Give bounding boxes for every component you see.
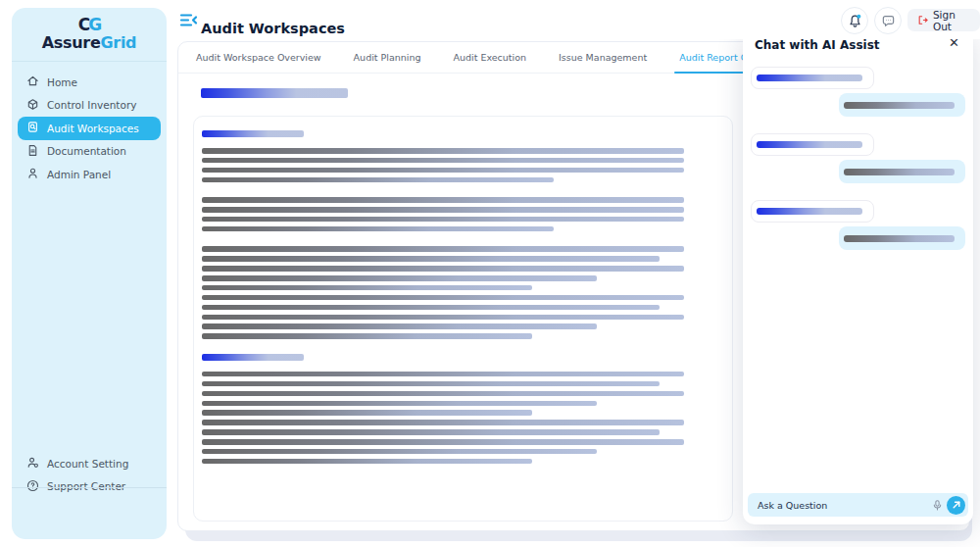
text-line-skeleton — [202, 420, 684, 425]
sidebar-item-label: Control Inventory — [47, 99, 136, 111]
sidebar-item-audit-workspaces[interactable]: Audit Workspaces — [18, 117, 161, 140]
sign-out-button[interactable]: Sign Out — [907, 9, 980, 31]
brand-name-assure: Assure — [42, 33, 101, 52]
text-line-skeleton — [202, 246, 684, 252]
chat-panel: Chat with AI Assist ✕ Ask a Question — [743, 27, 973, 524]
chat-message-user — [839, 226, 965, 250]
brand-mark-g: G — [88, 15, 100, 34]
content-sections — [194, 130, 732, 464]
text-line-skeleton — [202, 459, 532, 465]
text-line-skeleton — [202, 285, 532, 291]
paragraph-skeleton — [202, 197, 684, 231]
brand-name-grid: Grid — [101, 33, 137, 52]
microphone-icon[interactable] — [932, 500, 943, 511]
sign-out-icon — [917, 14, 928, 26]
text-line-skeleton — [202, 429, 660, 435]
home-icon — [26, 75, 39, 89]
text-line-skeleton — [202, 256, 660, 262]
brand-logo: CG AssureGrid — [12, 8, 167, 62]
message-text-skeleton — [757, 75, 862, 81]
top-header: Audit Workspaces Sign Out — [167, 0, 980, 39]
text-line-skeleton — [202, 226, 554, 232]
menu-fold-icon — [179, 12, 198, 28]
text-line-skeleton — [202, 275, 597, 281]
chat-toggle-button[interactable] — [874, 7, 902, 34]
text-line-skeleton — [202, 305, 660, 311]
user-gear-icon — [26, 456, 39, 471]
sidebar-bottom-nav: Account Setting Support Center — [18, 452, 161, 498]
sidebar-item-control-inventory[interactable]: Control Inventory — [18, 94, 161, 118]
tab-audit-workspace-overview[interactable]: Audit Workspace Overview — [196, 42, 321, 73]
chat-input[interactable]: Ask a Question — [748, 493, 968, 517]
text-line-skeleton — [202, 401, 597, 407]
paragraph-skeleton — [202, 148, 684, 182]
chat-message-ai — [751, 133, 874, 156]
text-line-skeleton — [202, 381, 660, 387]
sidebar-item-home[interactable]: Home — [18, 71, 161, 94]
report-content-card — [193, 116, 733, 522]
paragraph-skeleton — [202, 372, 684, 465]
section-heading-skeleton — [202, 130, 304, 137]
sidebar-divider — [12, 487, 167, 488]
notification-badge — [857, 14, 860, 18]
send-button[interactable] — [947, 496, 965, 515]
page-title: Audit Workspaces — [201, 21, 345, 36]
page-title-skeleton — [201, 88, 348, 98]
chat-panel-title: Chat with AI Assist — [755, 38, 880, 52]
clipboard-search-icon — [26, 121, 39, 135]
text-line-skeleton — [202, 439, 684, 445]
sign-out-label: Sign Out — [933, 9, 970, 32]
chat-message-ai — [751, 200, 874, 223]
bell-icon — [848, 14, 862, 28]
text-line-skeleton — [202, 177, 554, 183]
message-text-skeleton — [844, 102, 955, 109]
message-text-skeleton — [757, 208, 862, 215]
sidebar-item-documentation[interactable]: Documentation — [18, 140, 161, 164]
tab-issue-management[interactable]: Issue Management — [559, 42, 647, 73]
send-arrow-icon — [952, 500, 961, 510]
text-line-skeleton — [202, 391, 684, 397]
text-line-skeleton — [202, 449, 597, 455]
chat-messages — [751, 65, 965, 250]
notifications-button[interactable] — [841, 7, 868, 34]
text-line-skeleton — [202, 333, 532, 339]
brand-name: AssureGrid — [42, 33, 137, 52]
text-line-skeleton — [202, 197, 684, 203]
paragraph-skeleton — [202, 246, 684, 339]
brand-mark: CG — [78, 17, 100, 33]
tab-audit-execution[interactable]: Audit Execution — [453, 42, 526, 73]
chat-message-user — [839, 160, 965, 183]
brand-mark-c: C — [78, 15, 88, 34]
sidebar-item-label: Audit Workspaces — [47, 123, 139, 134]
chat-message-ai — [751, 67, 874, 89]
chat-input-placeholder: Ask a Question — [758, 500, 932, 511]
text-line-skeleton — [202, 323, 597, 329]
text-line-skeleton — [202, 315, 684, 321]
text-line-skeleton — [202, 295, 684, 301]
text-line-skeleton — [202, 372, 684, 377]
sidebar-item-admin-panel[interactable]: Admin Panel — [18, 163, 161, 186]
sidebar-item-account-setting[interactable]: Account Setting — [18, 452, 161, 475]
chat-message-user — [839, 93, 965, 117]
text-line-skeleton — [202, 410, 532, 416]
sidebar-item-label: Documentation — [47, 145, 126, 157]
user-icon — [26, 167, 39, 181]
sidebar-item-label: Admin Panel — [47, 169, 111, 180]
chat-bubble-icon — [881, 14, 896, 28]
message-text-skeleton — [844, 169, 955, 175]
sidebar-item-label: Account Setting — [47, 458, 128, 470]
tab-audit-planning[interactable]: Audit Planning — [354, 42, 421, 73]
sidebar: CG AssureGrid Home Control Inventory Aud… — [12, 8, 167, 539]
section-heading-skeleton — [202, 354, 304, 361]
sidebar-collapse-button[interactable] — [179, 12, 198, 28]
message-text-skeleton — [757, 141, 862, 148]
sidebar-nav: Home Control Inventory Audit Workspaces … — [12, 62, 167, 186]
message-text-skeleton — [844, 235, 955, 242]
document-icon — [26, 144, 39, 159]
text-line-skeleton — [202, 168, 684, 174]
text-line-skeleton — [202, 207, 684, 213]
text-line-skeleton — [202, 148, 684, 154]
text-line-skeleton — [202, 217, 684, 223]
text-line-skeleton — [202, 266, 684, 272]
text-line-skeleton — [202, 158, 684, 164]
